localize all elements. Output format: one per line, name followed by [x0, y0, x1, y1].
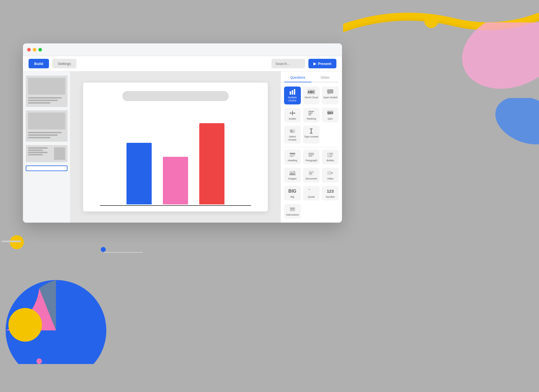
instructions-icon	[289, 206, 296, 212]
tool-video[interactable]: Video	[322, 168, 339, 183]
svg-rect-26	[290, 153, 295, 154]
tab-slides[interactable]: Slides	[311, 76, 339, 82]
quote-icon: "	[307, 188, 315, 194]
svg-rect-3	[290, 91, 291, 95]
svg-rect-48	[290, 207, 295, 211]
present-button[interactable]: ▶ Present	[308, 59, 336, 68]
tool-select-answer[interactable]: Select Answer	[284, 126, 301, 144]
big-icon: BIG	[289, 188, 296, 194]
canvas-area	[71, 71, 280, 223]
tool-grid-row7: Instructions	[284, 204, 339, 219]
tool-qa[interactable]: Q&A Q&A	[322, 108, 339, 123]
svg-rect-4	[292, 90, 293, 95]
tool-ranking[interactable]: Ranking	[303, 108, 320, 123]
svg-point-0	[455, 22, 539, 92]
tool-label-video: Video	[327, 177, 334, 180]
thumb-line	[28, 137, 50, 138]
thumb-line	[28, 102, 50, 104]
tool-heading[interactable]: Heading	[284, 150, 301, 164]
slide-2-image	[28, 113, 65, 129]
tool-label-big: Big	[290, 195, 294, 199]
slide-canvas[interactable]	[83, 83, 268, 211]
tool-instructions[interactable]: Instructions	[284, 204, 301, 219]
thumb-line	[28, 154, 43, 155]
tool-scales[interactable]: Scales	[284, 108, 301, 123]
chat-icon	[326, 89, 334, 95]
app-window: Build Settings ▶ Present	[23, 43, 342, 223]
tool-label-images: Images	[288, 177, 297, 180]
yellow-circle-decoration	[8, 308, 42, 342]
tool-label-sa: Select Answer	[285, 135, 300, 141]
tool-images[interactable]: Images	[284, 168, 301, 183]
svg-rect-5	[294, 89, 295, 95]
tool-label-paragraph: Paragraph	[305, 159, 317, 162]
svg-point-1	[489, 98, 539, 153]
right-panel: Questions Slides Multiple Choice	[280, 71, 342, 223]
svg-point-40	[293, 171, 295, 173]
search-input[interactable]	[271, 59, 305, 68]
svg-rect-35	[329, 155, 333, 155]
tool-paragraph[interactable]: Paragraph	[303, 150, 320, 164]
bullets-icon	[326, 152, 334, 158]
tool-grid-row3: Select Answer Type Answer	[284, 126, 339, 144]
svg-rect-49	[290, 208, 292, 209]
tool-grid-row5: Images Document	[284, 168, 339, 183]
svg-rect-51	[290, 210, 294, 210]
svg-point-12	[290, 113, 291, 114]
tool-label-wc: Word Cloud	[305, 96, 318, 99]
thumb-line	[28, 147, 48, 149]
pink-shape-decoration	[455, 22, 539, 92]
tool-word-cloud[interactable]: ABC Word Cloud	[303, 87, 320, 104]
slide-thumbnail-1[interactable]	[26, 76, 67, 107]
svg-rect-8	[327, 89, 333, 94]
tool-empty-1	[322, 126, 339, 144]
tool-grid-row1: Multiple Choice ABC Word Cloud	[284, 87, 339, 104]
tool-grid-row4: Heading Paragraph	[284, 150, 339, 164]
tool-big[interactable]: BIG Big	[284, 186, 301, 201]
gray-line-decoration	[104, 252, 143, 253]
tool-document[interactable]: Document	[303, 168, 320, 183]
tool-label-instructions: Instructions	[286, 213, 299, 216]
svg-rect-22	[290, 131, 294, 132]
thumb-line	[28, 100, 58, 101]
svg-marker-9	[328, 94, 330, 95]
tool-open-ended[interactable]: Open Ended	[322, 87, 339, 104]
thumb-line	[28, 150, 43, 151]
svg-rect-43	[309, 172, 312, 173]
chart-bar-blue	[126, 143, 152, 204]
play-icon: ▶	[313, 62, 316, 66]
svg-point-34	[327, 155, 329, 156]
svg-rect-50	[293, 208, 294, 209]
tool-number[interactable]: 123 Number	[322, 186, 339, 201]
tool-label-mc: Multiple Choice	[285, 96, 300, 102]
slide-sidebar	[23, 71, 71, 223]
yellow-swoosh-decoration	[343, 6, 539, 39]
thumb-line	[28, 97, 62, 99]
tool-type-answer[interactable]: Type Answer	[303, 126, 320, 144]
heading-icon	[289, 152, 296, 158]
close-button[interactable]	[27, 48, 31, 52]
tool-multiple-choice[interactable]: Multiple Choice	[284, 87, 301, 104]
slide-thumbnail-4[interactable]	[26, 165, 67, 171]
settings-button[interactable]: Settings	[52, 59, 77, 68]
build-button[interactable]: Build	[29, 59, 49, 68]
svg-rect-30	[308, 154, 314, 155]
slide-thumbnail-2[interactable]	[26, 110, 67, 142]
traffic-lights	[27, 48, 42, 52]
slide-thumbnail-3[interactable]	[26, 145, 67, 162]
maximize-button[interactable]	[38, 48, 42, 52]
minimize-button[interactable]	[33, 48, 36, 52]
svg-text:ABC: ABC	[308, 90, 315, 94]
blue-dot-decoration	[101, 247, 106, 252]
svg-marker-42	[313, 171, 314, 172]
tab-questions[interactable]: Questions	[284, 76, 311, 82]
slide-title-placeholder	[122, 91, 229, 101]
svg-point-32	[327, 153, 329, 154]
pink-dot-decoration	[36, 358, 42, 364]
tool-quote[interactable]: " Quote	[303, 186, 320, 201]
svg-rect-27	[290, 155, 295, 155]
svg-rect-15	[308, 111, 314, 112]
ranking-icon	[307, 110, 315, 116]
slide-2-lines	[28, 131, 65, 139]
tool-bullets[interactable]: Bullets	[322, 150, 339, 164]
